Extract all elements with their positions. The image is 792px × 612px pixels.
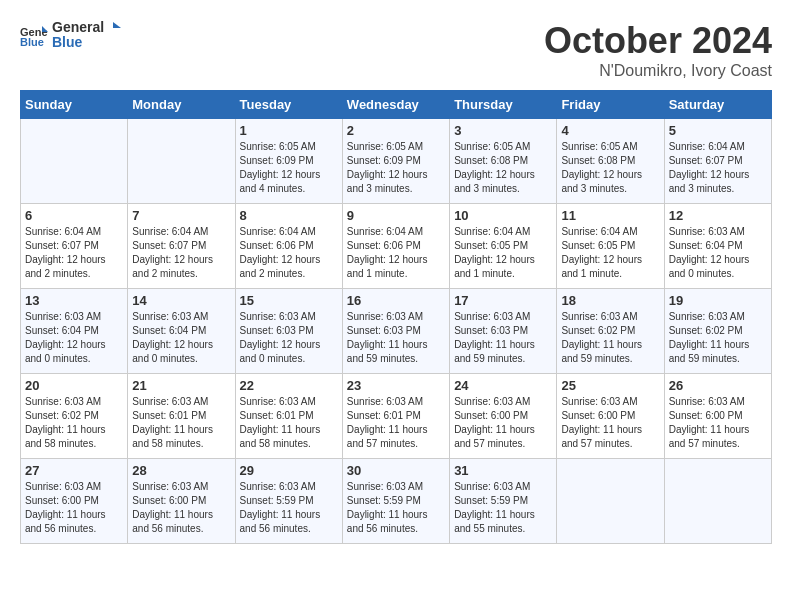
day-header-wednesday: Wednesday [342, 91, 449, 119]
day-number: 22 [240, 378, 338, 393]
cell-info: Sunrise: 6:03 AM Sunset: 6:00 PM Dayligh… [25, 480, 123, 536]
calendar-cell [21, 119, 128, 204]
day-number: 10 [454, 208, 552, 223]
day-number: 13 [25, 293, 123, 308]
cell-info: Sunrise: 6:05 AM Sunset: 6:08 PM Dayligh… [561, 140, 659, 196]
day-number: 14 [132, 293, 230, 308]
cell-info: Sunrise: 6:03 AM Sunset: 6:03 PM Dayligh… [240, 310, 338, 366]
cell-info: Sunrise: 6:04 AM Sunset: 6:05 PM Dayligh… [561, 225, 659, 281]
day-number: 16 [347, 293, 445, 308]
day-number: 4 [561, 123, 659, 138]
cell-info: Sunrise: 6:03 AM Sunset: 5:59 PM Dayligh… [454, 480, 552, 536]
calendar-cell: 9Sunrise: 6:04 AM Sunset: 6:06 PM Daylig… [342, 204, 449, 289]
cell-info: Sunrise: 6:05 AM Sunset: 6:09 PM Dayligh… [347, 140, 445, 196]
calendar-header-row: SundayMondayTuesdayWednesdayThursdayFrid… [21, 91, 772, 119]
cell-info: Sunrise: 6:03 AM Sunset: 6:02 PM Dayligh… [669, 310, 767, 366]
calendar-cell: 8Sunrise: 6:04 AM Sunset: 6:06 PM Daylig… [235, 204, 342, 289]
day-number: 15 [240, 293, 338, 308]
day-number: 17 [454, 293, 552, 308]
cell-info: Sunrise: 6:03 AM Sunset: 6:00 PM Dayligh… [669, 395, 767, 451]
calendar-cell: 18Sunrise: 6:03 AM Sunset: 6:02 PM Dayli… [557, 289, 664, 374]
cell-info: Sunrise: 6:03 AM Sunset: 6:01 PM Dayligh… [132, 395, 230, 451]
cell-info: Sunrise: 6:03 AM Sunset: 6:04 PM Dayligh… [132, 310, 230, 366]
cell-info: Sunrise: 6:03 AM Sunset: 6:01 PM Dayligh… [240, 395, 338, 451]
cell-info: Sunrise: 6:03 AM Sunset: 5:59 PM Dayligh… [347, 480, 445, 536]
calendar-cell: 22Sunrise: 6:03 AM Sunset: 6:01 PM Dayli… [235, 374, 342, 459]
day-header-thursday: Thursday [450, 91, 557, 119]
cell-info: Sunrise: 6:04 AM Sunset: 6:07 PM Dayligh… [132, 225, 230, 281]
cell-info: Sunrise: 6:03 AM Sunset: 6:00 PM Dayligh… [454, 395, 552, 451]
location-title: N'Doumikro, Ivory Coast [544, 62, 772, 80]
calendar-cell [664, 459, 771, 544]
calendar-cell: 24Sunrise: 6:03 AM Sunset: 6:00 PM Dayli… [450, 374, 557, 459]
cell-info: Sunrise: 6:03 AM Sunset: 6:04 PM Dayligh… [25, 310, 123, 366]
calendar-cell: 17Sunrise: 6:03 AM Sunset: 6:03 PM Dayli… [450, 289, 557, 374]
calendar-cell: 30Sunrise: 6:03 AM Sunset: 5:59 PM Dayli… [342, 459, 449, 544]
calendar-week-4: 20Sunrise: 6:03 AM Sunset: 6:02 PM Dayli… [21, 374, 772, 459]
calendar-week-1: 1Sunrise: 6:05 AM Sunset: 6:09 PM Daylig… [21, 119, 772, 204]
calendar-cell: 10Sunrise: 6:04 AM Sunset: 6:05 PM Dayli… [450, 204, 557, 289]
day-header-monday: Monday [128, 91, 235, 119]
day-number: 21 [132, 378, 230, 393]
calendar-cell: 25Sunrise: 6:03 AM Sunset: 6:00 PM Dayli… [557, 374, 664, 459]
calendar-table: SundayMondayTuesdayWednesdayThursdayFrid… [20, 90, 772, 544]
month-title: October 2024 [544, 20, 772, 62]
day-number: 20 [25, 378, 123, 393]
logo-blue-text: Blue [52, 35, 122, 50]
calendar-cell: 21Sunrise: 6:03 AM Sunset: 6:01 PM Dayli… [128, 374, 235, 459]
logo: General Blue General Blue [20, 20, 122, 51]
day-number: 23 [347, 378, 445, 393]
calendar-week-2: 6Sunrise: 6:04 AM Sunset: 6:07 PM Daylig… [21, 204, 772, 289]
day-number: 26 [669, 378, 767, 393]
day-number: 2 [347, 123, 445, 138]
day-number: 6 [25, 208, 123, 223]
day-number: 29 [240, 463, 338, 478]
cell-info: Sunrise: 6:03 AM Sunset: 6:00 PM Dayligh… [132, 480, 230, 536]
cell-info: Sunrise: 6:05 AM Sunset: 6:09 PM Dayligh… [240, 140, 338, 196]
calendar-cell: 3Sunrise: 6:05 AM Sunset: 6:08 PM Daylig… [450, 119, 557, 204]
calendar-cell: 12Sunrise: 6:03 AM Sunset: 6:04 PM Dayli… [664, 204, 771, 289]
calendar-cell: 27Sunrise: 6:03 AM Sunset: 6:00 PM Dayli… [21, 459, 128, 544]
cell-info: Sunrise: 6:04 AM Sunset: 6:07 PM Dayligh… [25, 225, 123, 281]
svg-text:Blue: Blue [20, 36, 44, 46]
calendar-cell: 11Sunrise: 6:04 AM Sunset: 6:05 PM Dayli… [557, 204, 664, 289]
calendar-cell: 20Sunrise: 6:03 AM Sunset: 6:02 PM Dayli… [21, 374, 128, 459]
day-number: 18 [561, 293, 659, 308]
day-number: 8 [240, 208, 338, 223]
day-number: 11 [561, 208, 659, 223]
calendar-cell: 28Sunrise: 6:03 AM Sunset: 6:00 PM Dayli… [128, 459, 235, 544]
cell-info: Sunrise: 6:04 AM Sunset: 6:06 PM Dayligh… [347, 225, 445, 281]
calendar-week-5: 27Sunrise: 6:03 AM Sunset: 6:00 PM Dayli… [21, 459, 772, 544]
day-number: 5 [669, 123, 767, 138]
day-header-sunday: Sunday [21, 91, 128, 119]
header: General Blue General Blue October 2024 N… [20, 20, 772, 80]
cell-info: Sunrise: 6:03 AM Sunset: 6:03 PM Dayligh… [347, 310, 445, 366]
cell-info: Sunrise: 6:04 AM Sunset: 6:05 PM Dayligh… [454, 225, 552, 281]
day-number: 12 [669, 208, 767, 223]
calendar-cell: 16Sunrise: 6:03 AM Sunset: 6:03 PM Dayli… [342, 289, 449, 374]
day-number: 25 [561, 378, 659, 393]
svg-marker-3 [113, 22, 121, 28]
logo-text: General [52, 20, 122, 35]
calendar-cell: 14Sunrise: 6:03 AM Sunset: 6:04 PM Dayli… [128, 289, 235, 374]
day-header-friday: Friday [557, 91, 664, 119]
calendar-cell: 4Sunrise: 6:05 AM Sunset: 6:08 PM Daylig… [557, 119, 664, 204]
title-area: October 2024 N'Doumikro, Ivory Coast [544, 20, 772, 80]
calendar-cell [128, 119, 235, 204]
day-header-tuesday: Tuesday [235, 91, 342, 119]
day-number: 9 [347, 208, 445, 223]
calendar-cell: 6Sunrise: 6:04 AM Sunset: 6:07 PM Daylig… [21, 204, 128, 289]
logo-icon: General Blue [20, 24, 48, 46]
calendar-cell: 31Sunrise: 6:03 AM Sunset: 5:59 PM Dayli… [450, 459, 557, 544]
cell-info: Sunrise: 6:03 AM Sunset: 6:02 PM Dayligh… [561, 310, 659, 366]
day-number: 24 [454, 378, 552, 393]
calendar-cell: 29Sunrise: 6:03 AM Sunset: 5:59 PM Dayli… [235, 459, 342, 544]
day-number: 3 [454, 123, 552, 138]
calendar-cell: 23Sunrise: 6:03 AM Sunset: 6:01 PM Dayli… [342, 374, 449, 459]
calendar-cell [557, 459, 664, 544]
cell-info: Sunrise: 6:04 AM Sunset: 6:06 PM Dayligh… [240, 225, 338, 281]
calendar-cell: 7Sunrise: 6:04 AM Sunset: 6:07 PM Daylig… [128, 204, 235, 289]
calendar-cell: 1Sunrise: 6:05 AM Sunset: 6:09 PM Daylig… [235, 119, 342, 204]
day-number: 28 [132, 463, 230, 478]
cell-info: Sunrise: 6:05 AM Sunset: 6:08 PM Dayligh… [454, 140, 552, 196]
